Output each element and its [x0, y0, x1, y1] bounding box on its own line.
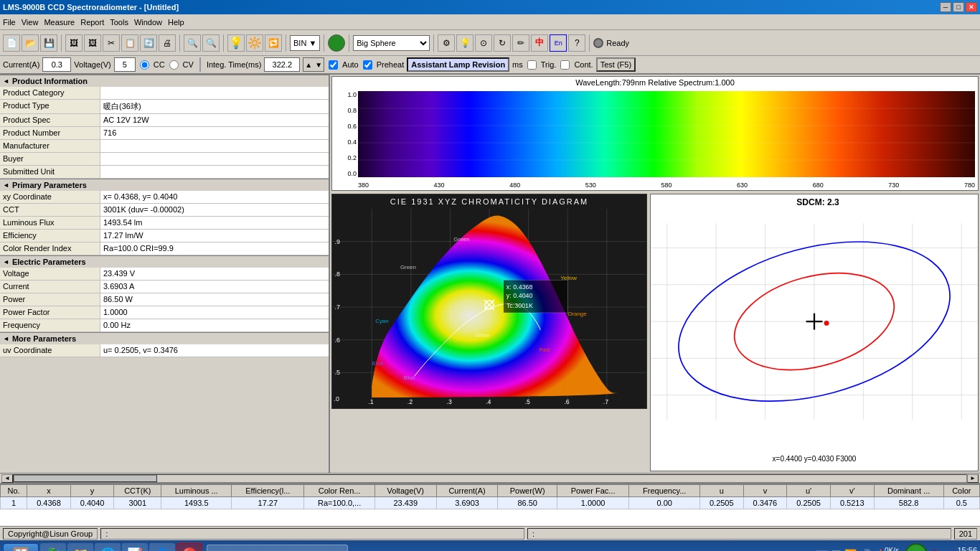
- taskbar-red-app[interactable]: 🔴: [176, 543, 202, 551]
- zoom-out-button[interactable]: 🔍: [202, 34, 220, 52]
- manufacturer-row: Manufacturer: [0, 140, 329, 153]
- status-mid1: :: [100, 528, 524, 540]
- ready-indicator: Ready: [593, 38, 629, 48]
- pen-icon[interactable]: ✏: [512, 34, 529, 52]
- svg-text:.5: .5: [525, 398, 530, 405]
- taskbar-folder[interactable]: 📁: [67, 543, 93, 551]
- ev-value: 23.439 V: [100, 268, 329, 280]
- svg-text:White: White: [475, 332, 490, 339]
- product-type-row: Product Type 暖白(36球): [0, 100, 329, 114]
- cell-u-prime: 0.2505: [787, 497, 831, 509]
- col-x: x: [27, 485, 71, 497]
- taskbar-browser[interactable]: 🌐: [95, 543, 121, 551]
- maximize-button[interactable]: □: [953, 2, 964, 12]
- ea-value: 3.6903 A: [100, 281, 329, 293]
- controls-bar: Current(A) Voltage(V) CC CV Integ. Time(…: [0, 56, 980, 75]
- auto-checkbox[interactable]: [329, 60, 338, 70]
- scroll-left-btn[interactable]: ◄: [1, 474, 13, 483]
- svg-text:.4: .4: [486, 398, 491, 405]
- refresh-button[interactable]: 🔄: [140, 34, 157, 52]
- cc-radio[interactable]: [140, 60, 149, 70]
- title-bar: LMS-9000B CCD Spectroradiometer - [Untit…: [0, 0, 980, 14]
- col-voltage: Voltage(V): [374, 485, 436, 497]
- menu-view[interactable]: View: [22, 18, 39, 27]
- h-scrollbar[interactable]: ◄ ►: [0, 473, 980, 483]
- lang-icon[interactable]: En: [550, 34, 567, 52]
- cell-power-factor: 1.0000: [557, 497, 629, 509]
- preheat-checkbox[interactable]: [363, 60, 372, 70]
- zoom-in-button[interactable]: 🔍: [184, 34, 201, 52]
- svg-point-63: [824, 321, 829, 326]
- assistant-lamp-button[interactable]: Assistant Lamp Revision: [407, 57, 509, 72]
- table-row: 1 0.4368 0.4040 3001 1493.5 17.27 Ra=100…: [1, 497, 980, 509]
- sphere-dropdown[interactable]: Big Sphere Small Sphere Goniophotometer: [353, 35, 430, 51]
- current-input[interactable]: [42, 57, 71, 72]
- manufacturer-label: Manufacturer: [0, 140, 100, 152]
- taskbar-word[interactable]: 📝: [122, 543, 148, 551]
- scroll-track[interactable]: [13, 474, 967, 483]
- menu-tools[interactable]: Tools: [110, 18, 128, 27]
- auto-label: Auto: [342, 60, 359, 69]
- menu-file[interactable]: File: [3, 18, 16, 27]
- product-category-value: [100, 87, 329, 99]
- product-spec-row: Product Spec AC 12V 12W: [0, 114, 329, 127]
- scroll-right-btn[interactable]: ►: [967, 474, 979, 483]
- ring-icon[interactable]: ⊙: [475, 34, 492, 52]
- rotate-icon[interactable]: ↻: [494, 34, 511, 52]
- product-info-header: Product Information: [0, 75, 329, 87]
- loop-button[interactable]: 🔁: [265, 34, 282, 52]
- print-button[interactable]: 🖨: [159, 34, 176, 52]
- menu-measure[interactable]: Measure: [44, 18, 75, 27]
- menu-help[interactable]: Help: [168, 18, 184, 27]
- integ-down-btn[interactable]: ▼: [314, 61, 324, 69]
- minimize-button[interactable]: ─: [940, 2, 951, 12]
- taskbar-user[interactable]: 👤: [149, 543, 175, 551]
- current-label: Current(A): [3, 60, 39, 69]
- cont-label: Cont.: [574, 60, 593, 69]
- start-button[interactable]: 🪟: [3, 543, 39, 551]
- power-label: Power: [0, 293, 100, 306]
- integ-up-btn[interactable]: ▲: [303, 61, 314, 69]
- voltage-input[interactable]: [114, 57, 136, 72]
- trig-checkbox[interactable]: [527, 60, 537, 70]
- status-mid2: :: [527, 528, 951, 540]
- menu-report[interactable]: Report: [80, 18, 104, 27]
- col-power-factor: Power Fac...: [557, 485, 629, 497]
- menu-window[interactable]: Window: [134, 18, 162, 27]
- bin-dropdown[interactable]: BIN ▼: [290, 35, 320, 51]
- test-button[interactable]: Test (F5): [596, 57, 636, 72]
- help-icon[interactable]: ?: [568, 34, 585, 52]
- status-year: 201: [959, 529, 972, 538]
- save-button[interactable]: 💾: [40, 34, 57, 52]
- cell-x: 0.4368: [27, 497, 71, 509]
- image-button2[interactable]: 🖼: [84, 34, 101, 52]
- close-button[interactable]: ✕: [966, 2, 977, 12]
- product-category-label: Product Category: [0, 87, 100, 99]
- active-window-button[interactable]: LMS-9000B CCD Spectroradiometer: [207, 545, 348, 551]
- bulb-icon[interactable]: 💡: [456, 34, 473, 52]
- voltage-label: Voltage(V): [74, 60, 110, 69]
- chinese-icon[interactable]: 中: [531, 34, 548, 52]
- open-button[interactable]: 📂: [22, 34, 39, 52]
- scroll-thumb[interactable]: [14, 475, 157, 482]
- cont-checkbox[interactable]: [560, 60, 570, 70]
- new-button[interactable]: 📄: [3, 34, 20, 52]
- ea-label: Current: [0, 281, 100, 293]
- image-button1[interactable]: 🖼: [65, 34, 83, 52]
- brightness-button[interactable]: 🔆: [246, 34, 263, 52]
- menu-bar: File View Measure Report Tools Window He…: [0, 14, 980, 30]
- paste-button[interactable]: 📋: [121, 34, 138, 52]
- spectrum-gradient-area: [358, 91, 975, 177]
- cell-frequency: 0.00: [629, 497, 700, 509]
- sdcm-svg: [651, 207, 978, 452]
- taskbar: 🪟 🐉 📁 🌐 📝 👤 🔴 LMS-9000B CCD Spectroradio…: [0, 540, 980, 551]
- integ-time-input[interactable]: [264, 57, 300, 72]
- cut-button[interactable]: ✂: [103, 34, 120, 52]
- settings-icon[interactable]: ⚙: [438, 34, 455, 52]
- uv-coord-row: uv Coordinate u= 0.2505, v= 0.3476: [0, 344, 329, 357]
- taskbar-dragon[interactable]: 🐉: [40, 543, 66, 551]
- submitted-unit-row: Submitted Unit: [0, 166, 329, 179]
- cv-radio[interactable]: [169, 60, 179, 70]
- cell-color-render: Ra=100.0,...: [304, 497, 374, 509]
- light-button[interactable]: 💡: [227, 34, 245, 52]
